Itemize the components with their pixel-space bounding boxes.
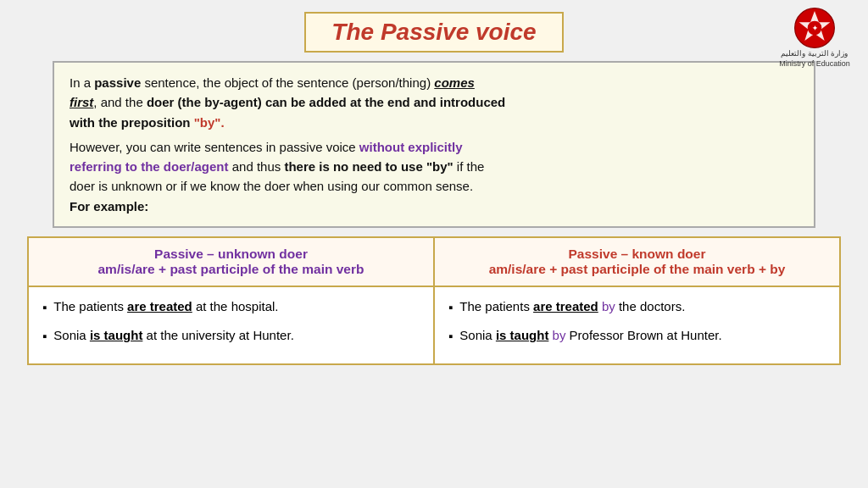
info-paragraph-1: In a passive sentence, the object of the… [70, 73, 798, 132]
orange-by: "by". [194, 115, 225, 130]
title-box: The Passive voice [304, 12, 563, 53]
svg-text:✦: ✦ [812, 25, 818, 32]
by-word-1: by [598, 299, 615, 313]
is-taught-2: is taught [496, 328, 549, 342]
are-treated-1: are treated [127, 299, 192, 313]
is-taught-1: is taught [90, 328, 143, 342]
table-header-row: Passive – unknown doer am/is/are + past … [29, 238, 839, 287]
for-example-label: For example: [70, 199, 148, 214]
comparison-table: Passive – unknown doer am/is/are + past … [27, 236, 841, 365]
table-body-row: The patients are treated at the hospital… [29, 287, 839, 363]
header-unknown-line2: am/is/are + past participle of the main … [39, 262, 423, 277]
header-known-line2: am/is/are + past participle of the main … [445, 262, 829, 277]
table-cell-unknown: The patients are treated at the hospital… [29, 287, 435, 363]
table-cell-known: The patients are treated by the doctors.… [435, 287, 839, 363]
bold-no-need: there is no need to use "by" [284, 159, 453, 174]
are-treated-2: are treated [533, 299, 598, 313]
logo: ✦ وزارة التربية والتعليم Ministry of Edu… [776, 7, 853, 69]
info-paragraph-2: However, you can write sentences in pass… [70, 137, 798, 216]
list-item: The patients are treated at the hospital… [42, 296, 420, 319]
list-item: Sonia is taught by Professor Brown at Hu… [448, 324, 826, 347]
title-text: The Passive voice [331, 19, 536, 45]
logo-emblem: ✦ [793, 7, 836, 49]
list-item: The patients are treated by the doctors. [448, 296, 826, 319]
bold-doer: doer (the by-agent) can be added at the … [70, 95, 505, 129]
logo-english-text: Ministry of Education [779, 59, 850, 69]
table-header-known: Passive – known doer am/is/are + past pa… [435, 238, 839, 286]
logo-arabic-text: وزارة التربية والتعليم [781, 49, 848, 58]
by-word-2: by [548, 328, 565, 342]
bold-passive: passive [94, 75, 141, 90]
header-unknown-line1: Passive – unknown doer [39, 247, 423, 262]
info-box: In a passive sentence, the object of the… [53, 61, 815, 228]
list-item: Sonia is taught at the university at Hun… [42, 324, 420, 347]
table-header-unknown: Passive – unknown doer am/is/are + past … [29, 238, 435, 286]
slide: ✦ وزارة التربية والتعليم Ministry of Edu… [0, 0, 868, 488]
header-known-line1: Passive – known doer [445, 247, 829, 262]
